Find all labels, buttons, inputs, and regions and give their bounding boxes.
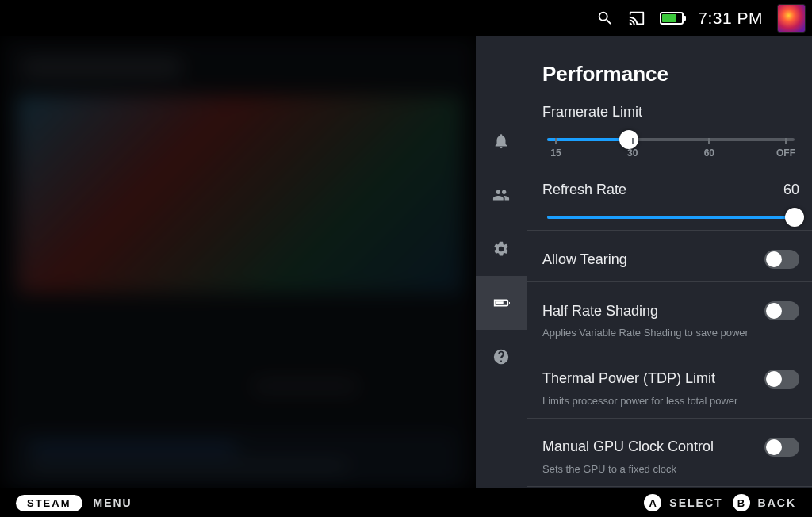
back-hint: B BACK (733, 494, 796, 511)
setting-framerate-limit: Framerate Limit 15 30 60 OFF (542, 104, 799, 159)
framerate-limit-label: Framerate Limit (542, 104, 642, 121)
tab-settings[interactable] (476, 222, 527, 276)
tdp-limit-label: Thermal Power (TDP) Limit (542, 370, 715, 387)
menu-label: MENU (94, 496, 132, 509)
panel-title: Performance (542, 62, 799, 86)
gpu-clock-subtext: Sets the GPU to a fixed clock (542, 463, 799, 477)
top-status-bar: 7:31 PM (0, 0, 812, 36)
setting-gpu-clock: Manual GPU Clock Control Sets the GPU to… (542, 430, 799, 477)
half-rate-shading-subtext: Applies Variable Rate Shading to save po… (542, 327, 799, 340)
battery-icon (660, 12, 684, 25)
setting-allow-tearing: Allow Tearing (542, 242, 799, 272)
cast-icon[interactable] (628, 10, 645, 27)
steam-button[interactable]: STEAM (16, 495, 82, 511)
tab-notifications[interactable] (476, 114, 527, 168)
tab-help[interactable] (476, 330, 527, 384)
avatar[interactable] (777, 4, 806, 33)
tab-friends[interactable] (476, 168, 527, 222)
footer-bar: STEAM MENU A SELECT B BACK (0, 488, 812, 517)
framerate-tick-labels: 15 30 60 OFF (542, 147, 799, 159)
b-button-icon: B (733, 494, 750, 511)
setting-tdp-limit: Thermal Power (TDP) Limit Limits process… (542, 362, 799, 408)
clock-text: 7:31 PM (698, 9, 763, 28)
quick-access-panel: Performance Framerate Limit 15 30 60 OFF… (476, 36, 812, 488)
tab-performance[interactable] (476, 276, 527, 330)
svg-rect-0 (496, 301, 504, 304)
setting-half-rate-shading: Half Rate Shading Applies Variable Rate … (542, 293, 799, 340)
select-label: SELECT (669, 496, 722, 509)
half-rate-shading-toggle[interactable] (764, 301, 799, 320)
tdp-limit-subtext: Limits processor power for less total po… (542, 395, 799, 408)
half-rate-shading-label: Half Rate Shading (542, 303, 658, 320)
refresh-rate-label: Refresh Rate (542, 182, 626, 198)
gpu-clock-label: Manual GPU Clock Control (542, 438, 714, 455)
allow-tearing-toggle[interactable] (764, 250, 799, 269)
quick-access-tabs (476, 36, 527, 488)
search-icon[interactable] (596, 10, 614, 27)
refresh-rate-slider[interactable] (547, 216, 795, 219)
refresh-rate-value: 60 (783, 182, 799, 198)
framerate-limit-slider[interactable] (547, 138, 795, 141)
setting-refresh-rate: Refresh Rate 60 (542, 182, 799, 219)
dim-overlay (0, 36, 476, 488)
quick-access-body: Performance Framerate Limit 15 30 60 OFF… (527, 36, 812, 488)
gpu-clock-toggle[interactable] (764, 438, 799, 457)
back-label: BACK (758, 496, 796, 509)
a-button-icon: A (644, 494, 661, 511)
select-hint: A SELECT (644, 494, 722, 511)
allow-tearing-label: Allow Tearing (542, 251, 627, 268)
tdp-limit-toggle[interactable] (764, 370, 799, 389)
